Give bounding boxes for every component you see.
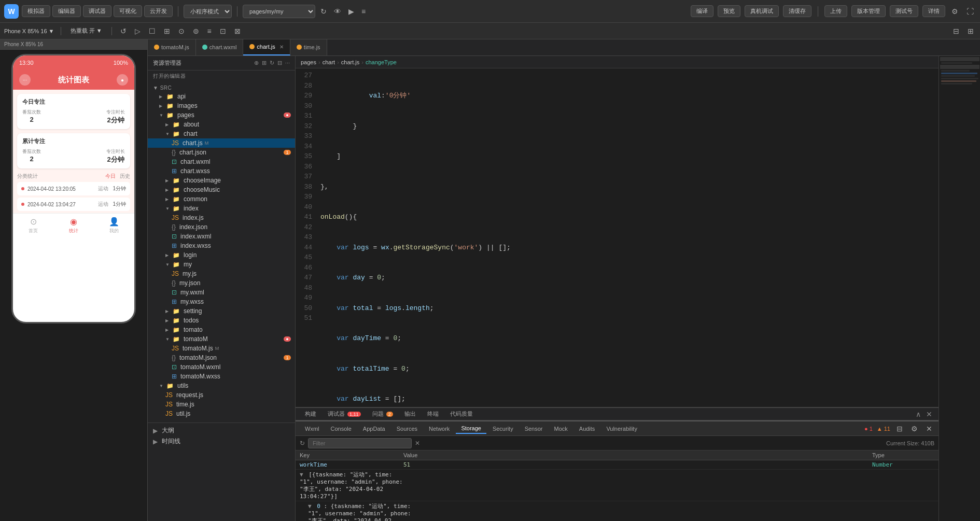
devtools-tab-mock[interactable]: Mock bbox=[549, 424, 573, 433]
tree-tomatoM-wxml[interactable]: ⊡tomatoM.wxml bbox=[148, 362, 295, 372]
layout-icon[interactable]: ⊟ bbox=[951, 26, 961, 36]
nav-debugger[interactable]: 调试器 bbox=[83, 5, 111, 17]
tree-my-json[interactable]: {}my.json bbox=[148, 278, 295, 288]
target-icon[interactable]: ⊚ bbox=[191, 26, 201, 36]
tree-login[interactable]: ▶📁login bbox=[148, 250, 295, 260]
phone-menu-icon[interactable]: ··· bbox=[19, 74, 31, 86]
version-mgmt-btn[interactable]: 版本管理 bbox=[851, 5, 886, 17]
devtools-expand[interactable]: ⊟ bbox=[894, 424, 905, 434]
tree-tomatoM-json[interactable]: {}tomatoM.json1 bbox=[148, 353, 295, 362]
tree-time-js[interactable]: JStime.js bbox=[148, 400, 295, 409]
devtools-tab-console[interactable]: Console bbox=[326, 424, 357, 433]
tree-chart-wxss[interactable]: ⊞chart.wxss bbox=[148, 166, 295, 176]
cross-icon[interactable]: ⊠ bbox=[232, 26, 243, 36]
panel-close[interactable]: ∧ bbox=[914, 409, 923, 419]
tree-index-wxss[interactable]: ⊞index.wxss bbox=[148, 241, 295, 250]
devtools-tab-vulnerability[interactable]: Vulnerability bbox=[601, 424, 642, 433]
details-btn[interactable]: 详情 bbox=[922, 5, 945, 17]
stop-icon[interactable]: ☐ bbox=[147, 26, 158, 36]
tree-tomato[interactable]: ▶📁tomato bbox=[148, 325, 295, 334]
compile-btn[interactable]: 编译 bbox=[691, 5, 713, 17]
filetree-refresh[interactable]: ↻ bbox=[270, 60, 274, 66]
dt-row-work-array[interactable]: ▼ [{taskname: "运动", time: "1", username:… bbox=[296, 470, 939, 501]
tree-common[interactable]: ▶📁common bbox=[148, 194, 295, 204]
nav-visual[interactable]: 可视化 bbox=[114, 5, 142, 17]
tree-util-js[interactable]: JSutil.js bbox=[148, 409, 295, 418]
nav-cloud[interactable]: 云开发 bbox=[144, 5, 173, 17]
dt-row-work-item-0[interactable]: ▼ 0 : {taskname: "运动", time: "1", userna… bbox=[296, 501, 939, 521]
devtools-filter-input[interactable] bbox=[308, 438, 412, 448]
tree-chooseMusic[interactable]: ▶📁chooseMusic bbox=[148, 185, 295, 194]
filetree-new-file[interactable]: ⊕ bbox=[254, 60, 259, 66]
tree-utils[interactable]: ▼📁utils bbox=[148, 381, 295, 390]
filetree-collapse[interactable]: ⊟ bbox=[277, 60, 282, 66]
clear-cache-btn[interactable]: 清缓存 bbox=[783, 5, 811, 17]
tree-about[interactable]: ▶📁about bbox=[148, 120, 295, 129]
settings-icon[interactable]: ⚙ bbox=[949, 6, 960, 17]
tree-my[interactable]: ▼📁my bbox=[148, 260, 295, 269]
fullscreen-icon[interactable]: ⛶ bbox=[964, 6, 976, 17]
devtools-tab-audits[interactable]: Audits bbox=[574, 424, 600, 433]
refresh-btn[interactable]: ↻ bbox=[318, 6, 329, 17]
tab-issues[interactable]: 问题 2 bbox=[367, 408, 398, 420]
tree-tomatoM-wxss[interactable]: ⊞tomatoM.wxss bbox=[148, 372, 295, 381]
devtools-tab-wxml[interactable]: Wxml bbox=[300, 424, 325, 433]
tree-pages[interactable]: ▼📁pages● bbox=[148, 110, 295, 120]
hot-reload-btn[interactable]: 热重载 开 ▼ bbox=[67, 26, 105, 36]
phone-nav-home[interactable]: ⊙ 首页 bbox=[13, 217, 53, 234]
filter-refresh-icon[interactable]: ↻ bbox=[300, 440, 305, 447]
tree-index-js[interactable]: JSindex.js bbox=[148, 213, 295, 222]
tab-close-chart-js[interactable]: ✕ bbox=[279, 44, 284, 50]
phone-record-icon[interactable]: ● bbox=[117, 74, 128, 86]
hamburger-icon[interactable]: ≡ bbox=[205, 26, 214, 36]
devtools-tab-sources[interactable]: Sources bbox=[391, 424, 423, 433]
preview-btn[interactable]: 预览 bbox=[718, 5, 740, 17]
tree-chart-wxml[interactable]: ⊡chart.wxml bbox=[148, 157, 295, 166]
tree-tomatoM[interactable]: ▼📁tomatoM● bbox=[148, 334, 295, 344]
devtools-settings[interactable]: ⚙ bbox=[909, 424, 920, 434]
mode-select[interactable]: 小程序模式 bbox=[184, 5, 232, 18]
tree-my-wxss[interactable]: ⊞my.wxss bbox=[148, 297, 295, 306]
nav-simulator[interactable]: 模拟器 bbox=[22, 5, 50, 17]
tree-chart-js[interactable]: JSchart.jsM bbox=[148, 138, 295, 148]
tab-output[interactable]: 输出 bbox=[399, 408, 421, 420]
phone-nav-my[interactable]: 👤 我的 bbox=[94, 217, 134, 234]
preview-icon[interactable]: 👁 bbox=[332, 6, 343, 17]
tree-my-js[interactable]: JSmy.js bbox=[148, 269, 295, 278]
play-icon[interactable]: ▷ bbox=[133, 26, 143, 36]
tree-index[interactable]: ▼📁index bbox=[148, 204, 295, 213]
rotate-icon[interactable]: ↺ bbox=[118, 26, 129, 36]
tab-codequality[interactable]: 代码质量 bbox=[445, 408, 478, 420]
devtools-tab-appdata[interactable]: AppData bbox=[358, 424, 390, 433]
panel-icon[interactable]: ⊞ bbox=[965, 26, 976, 36]
phone-nav-stats[interactable]: ◉ 统计 bbox=[53, 217, 94, 234]
test-num-btn[interactable]: 测试号 bbox=[890, 5, 918, 17]
tab-chart-js[interactable]: chart.js ✕ bbox=[243, 39, 290, 55]
tab-tomatoM-js[interactable]: tomatoM.js bbox=[148, 39, 196, 55]
devtools-tab-network[interactable]: Network bbox=[424, 424, 455, 433]
tab-chart-wxml[interactable]: chart.wxml bbox=[196, 39, 244, 55]
device-debug-btn[interactable]: 真机调试 bbox=[745, 5, 779, 17]
devtools-tab-security[interactable]: Security bbox=[487, 424, 519, 433]
tree-api[interactable]: ▶📁api bbox=[148, 92, 295, 101]
panel-maximize[interactable]: ✕ bbox=[924, 409, 934, 419]
tree-todos[interactable]: ▶📁todos bbox=[148, 316, 295, 325]
tree-index-wxml[interactable]: ⊡index.wxml bbox=[148, 232, 295, 241]
filetree-new-folder[interactable]: ⊞ bbox=[262, 60, 267, 66]
filetree-menu[interactable]: ··· bbox=[285, 60, 290, 66]
tree-request-js[interactable]: JSrequest.js bbox=[148, 390, 295, 400]
run-icon[interactable]: ▶ bbox=[346, 6, 356, 17]
tree-outline[interactable]: ▶大纲 bbox=[148, 425, 295, 436]
tab-time-js[interactable]: time.js bbox=[290, 39, 327, 55]
tree-chooseImage[interactable]: ▶📁chooseImage bbox=[148, 176, 295, 185]
devtools-close[interactable]: ✕ bbox=[924, 424, 934, 434]
dt-row-worktime[interactable]: workTime 51 Number bbox=[296, 460, 939, 470]
tree-index-json[interactable]: {}index.json bbox=[148, 222, 295, 232]
tab-debugger[interactable]: 调试器 1,11 bbox=[323, 408, 366, 420]
tree-timeline[interactable]: ▶时间线 bbox=[148, 436, 295, 447]
devtools-tab-sensor[interactable]: Sensor bbox=[520, 424, 548, 433]
nav-editor[interactable]: 编辑器 bbox=[52, 5, 81, 17]
grid-icon[interactable]: ⊞ bbox=[162, 26, 172, 36]
upload-btn[interactable]: 上传 bbox=[824, 5, 847, 17]
phone-history-tab[interactable]: 历史 bbox=[120, 173, 130, 180]
